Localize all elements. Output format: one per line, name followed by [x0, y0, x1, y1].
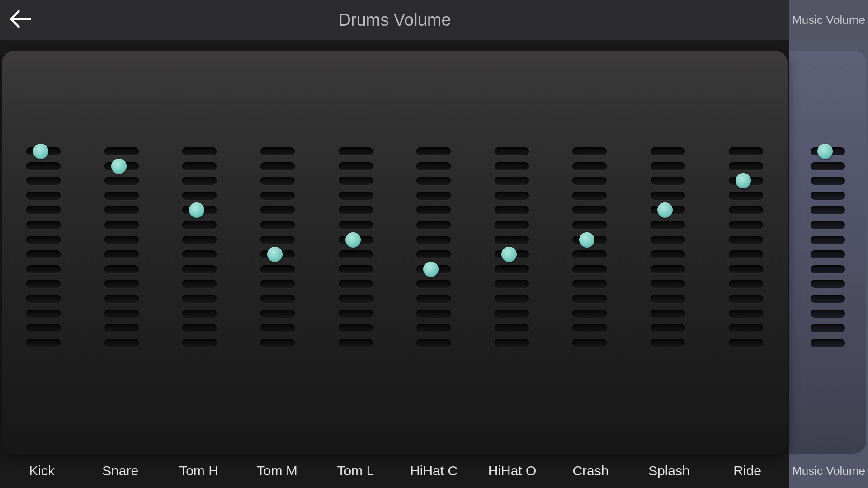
slider-notch — [495, 310, 529, 318]
slider-notch — [729, 250, 763, 258]
channel-labels-row: KickSnareTom HTom MTom LHiHat CHiHat OCr… — [0, 454, 789, 488]
slider-notch — [651, 177, 685, 185]
slider-notch — [182, 162, 217, 170]
slider-notch — [26, 192, 61, 200]
slider-knob-tom-m[interactable] — [267, 247, 283, 262]
slider-knob-ride[interactable] — [736, 173, 751, 188]
slider-notch — [26, 221, 61, 229]
slider-notch — [495, 221, 529, 229]
slider-notch — [260, 206, 295, 214]
slider-notch — [495, 147, 529, 155]
slider-knob-crash[interactable] — [579, 232, 594, 248]
slider-notch — [811, 236, 845, 244]
slider-notch — [104, 280, 139, 288]
channel-music-volume — [796, 51, 859, 454]
slider-knob-splash[interactable] — [657, 202, 673, 218]
slider-notch — [729, 192, 763, 200]
slider-notch — [651, 280, 685, 288]
slider-notch — [26, 310, 61, 318]
slider-track-tom-h[interactable] — [182, 147, 217, 347]
channel-label-crash: Crash — [557, 463, 624, 479]
slider-track-tom-l[interactable] — [339, 147, 373, 347]
slider-notch — [416, 147, 451, 155]
slider-knob-tom-l[interactable] — [345, 232, 361, 248]
slider-notch — [651, 310, 685, 318]
slider-notch — [495, 280, 529, 288]
side-mixer-panel — [789, 51, 866, 454]
slider-notch — [182, 192, 217, 200]
slider-track-snare[interactable] — [104, 147, 139, 347]
slider-knob-snare[interactable] — [111, 159, 127, 174]
slider-notch — [260, 280, 295, 288]
slider-notch — [26, 265, 61, 273]
slider-notch — [260, 339, 295, 347]
slider-notch — [416, 236, 451, 244]
app-root: Drums Volume KickSnareTom HTom MTom LHiH… — [0, 0, 868, 488]
slider-notch — [651, 265, 685, 273]
back-button[interactable] — [6, 5, 35, 34]
slider-notch — [104, 192, 139, 200]
slider-notch — [729, 280, 763, 288]
slider-notch — [416, 324, 451, 332]
slider-track-crash[interactable] — [572, 147, 607, 347]
slider-notch — [339, 310, 373, 318]
slider-notch — [495, 236, 529, 244]
slider-notch — [572, 295, 607, 303]
slider-track-kick[interactable] — [26, 147, 61, 347]
slider-notch — [104, 206, 139, 214]
slider-knob-hihat-c[interactable] — [423, 262, 439, 277]
slider-notch — [729, 265, 763, 273]
slider-notch — [811, 265, 845, 273]
slider-notch — [811, 339, 845, 347]
channel-label-tom-m: Tom M — [243, 463, 311, 479]
slider-notch — [182, 265, 217, 273]
slider-notch — [651, 236, 685, 244]
slider-notch — [339, 206, 373, 214]
slider-notch — [572, 324, 607, 332]
slider-notch — [260, 147, 295, 155]
slider-notch — [651, 221, 685, 229]
slider-notch — [26, 280, 61, 288]
side-header-title[interactable]: Music Volume — [789, 0, 868, 40]
slider-notch — [339, 250, 373, 258]
channel-tom-l — [322, 51, 390, 454]
slider-knob-tom-h[interactable] — [189, 202, 204, 218]
slider-notch — [651, 339, 685, 347]
slider-notch — [182, 250, 217, 258]
slider-track-hihat-c[interactable] — [416, 147, 451, 347]
channel-tom-m — [244, 51, 311, 454]
slider-notch — [572, 221, 607, 229]
slider-notch — [572, 280, 607, 288]
slider-notch — [339, 221, 373, 229]
slider-notch — [260, 236, 295, 244]
side-column: Music Volume Music Volume — [789, 0, 868, 488]
slider-track-music-volume[interactable] — [811, 147, 845, 347]
slider-notch — [260, 177, 295, 185]
slider-notch — [416, 162, 451, 170]
slider-notch — [339, 295, 373, 303]
slider-notch — [104, 265, 139, 273]
header-bar: Drums Volume — [0, 0, 789, 40]
mixer-panel-wrap — [0, 40, 789, 454]
slider-knob-hihat-o[interactable] — [501, 247, 517, 262]
slider-notch — [495, 295, 529, 303]
main-column: Drums Volume KickSnareTom HTom MTom LHiH… — [0, 0, 789, 488]
slider-knob-music-volume[interactable] — [817, 144, 833, 159]
slider-notch — [339, 162, 373, 170]
slider-notch — [572, 265, 607, 273]
slider-notch — [572, 339, 607, 347]
slider-notch — [495, 324, 529, 332]
slider-notch — [104, 339, 139, 347]
slider-track-splash[interactable] — [651, 147, 685, 347]
slider-notch — [416, 295, 451, 303]
slider-notch — [104, 324, 139, 332]
channel-label-kick: Kick — [8, 463, 76, 479]
slider-notch — [572, 177, 607, 185]
channel-kick — [9, 51, 77, 454]
slider-knob-kick[interactable] — [33, 144, 48, 159]
slider-notch — [416, 177, 451, 185]
slider-notch — [811, 206, 845, 214]
slider-notch — [416, 310, 451, 318]
slider-notch — [729, 221, 763, 229]
channel-ride — [712, 51, 780, 454]
